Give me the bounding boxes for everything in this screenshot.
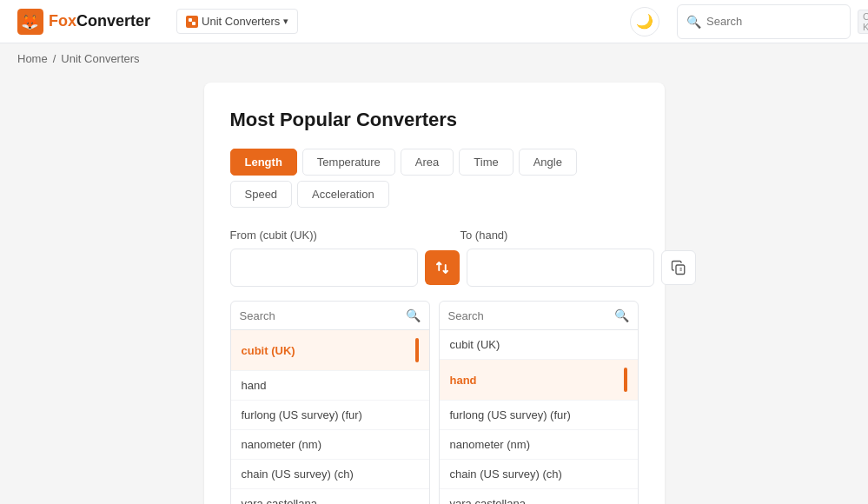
tabs-bar: LengthTemperatureAreaTimeAngleSpeedAccel… <box>230 149 639 208</box>
search-columns: 🔍 cubit (UK)handfurlong (US survey) (fur… <box>230 301 639 504</box>
unit-name: nanometer (nm) <box>242 438 321 451</box>
breadcrumb-separator: / <box>53 52 56 65</box>
to-unit-list: cubit (UK)handfurlong (US survey) (fur)n… <box>440 330 638 504</box>
selected-indicator <box>624 368 627 392</box>
header-search-icon: 🔍 <box>686 15 701 29</box>
logo-label: FoxConverter <box>49 12 150 30</box>
nav-unit-converters[interactable]: Unit Converters ▾ <box>176 9 298 34</box>
unit-name: vara castellana <box>242 497 317 504</box>
unit-name: furlong (US survey) (fur) <box>450 408 571 421</box>
header-search[interactable]: 🔍 Ctrl K <box>677 4 851 39</box>
unit-converters-icon <box>186 16 198 28</box>
breadcrumb-home[interactable]: Home <box>17 52 48 65</box>
from-search-input[interactable] <box>240 309 401 322</box>
unit-item[interactable]: furlong (US survey) (fur) <box>231 401 429 430</box>
converter-inputs <box>230 249 639 287</box>
selected-indicator <box>415 338 419 362</box>
unit-name: vara castellana <box>450 497 526 504</box>
unit-item[interactable]: furlong (US survey) (fur) <box>440 401 638 430</box>
to-search-input[interactable] <box>448 309 609 322</box>
tab-length[interactable]: Length <box>230 149 297 176</box>
copy-icon <box>671 260 686 275</box>
swap-icon <box>434 260 450 275</box>
svg-rect-4 <box>676 265 685 275</box>
from-column: 🔍 cubit (UK)handfurlong (US survey) (fur… <box>230 301 430 504</box>
tab-speed[interactable]: Speed <box>230 181 293 208</box>
tab-area[interactable]: Area <box>401 149 454 176</box>
swap-button[interactable] <box>425 250 460 285</box>
header-search-input[interactable] <box>706 15 852 28</box>
fox-logo-icon: 🦊 <box>17 9 43 35</box>
main-content: Most Popular Converters LengthTemperatur… <box>0 74 868 504</box>
unit-name: hand <box>450 374 477 387</box>
tab-acceleration[interactable]: Acceleration <box>297 181 389 208</box>
logo[interactable]: 🦊 FoxConverter <box>17 9 150 35</box>
to-search-icon: 🔍 <box>614 308 629 322</box>
unit-item[interactable]: vara castellana <box>231 489 429 504</box>
dark-mode-toggle[interactable]: 🌙 <box>630 7 659 36</box>
unit-item[interactable]: cubit (UK) <box>440 330 638 360</box>
unit-item[interactable]: hand <box>231 371 429 401</box>
unit-item[interactable]: chain (US survey) (ch) <box>231 460 429 489</box>
card-title: Most Popular Converters <box>230 109 639 131</box>
unit-name: furlong (US survey) (fur) <box>242 408 362 421</box>
converter-labels: From (cubit (UK)) To (hand) <box>230 229 639 242</box>
breadcrumb: Home / Unit Converters <box>0 43 868 74</box>
unit-item[interactable]: hand <box>440 360 638 401</box>
tab-temperature[interactable]: Temperature <box>302 149 395 176</box>
unit-item[interactable]: cubit (UK) <box>231 330 429 371</box>
search-shortcut-badge: Ctrl K <box>858 10 868 34</box>
nav-menu: Unit Converters ▾ <box>176 9 298 34</box>
from-input[interactable] <box>230 249 418 287</box>
to-column: 🔍 cubit (UK)handfurlong (US survey) (fur… <box>439 301 639 504</box>
svg-text:🦊: 🦊 <box>21 13 39 31</box>
from-label: From (cubit (UK)) <box>230 229 408 242</box>
svg-rect-3 <box>192 22 195 25</box>
unit-item[interactable]: nanometer (nm) <box>231 430 429 460</box>
copy-button[interactable] <box>661 250 696 285</box>
unit-name: chain (US survey) (ch) <box>242 468 354 481</box>
svg-rect-2 <box>189 18 192 22</box>
converter-card: Most Popular Converters LengthTemperatur… <box>204 83 665 504</box>
from-search-icon: 🔍 <box>406 308 421 322</box>
unit-name: cubit (UK) <box>242 344 295 357</box>
to-label: To (hand) <box>461 229 639 242</box>
breadcrumb-current: Unit Converters <box>61 52 139 65</box>
header: 🦊 FoxConverter Unit Converters ▾ 🌙 🔍 Ctr… <box>0 0 868 43</box>
unit-name: cubit (UK) <box>450 338 500 351</box>
tab-angle[interactable]: Angle <box>519 149 577 176</box>
unit-name: chain (US survey) (ch) <box>450 468 562 481</box>
unit-name: nanometer (nm) <box>450 438 530 451</box>
unit-item[interactable]: vara castellana <box>440 489 638 504</box>
to-input[interactable] <box>467 249 654 287</box>
from-unit-list: cubit (UK)handfurlong (US survey) (fur)n… <box>231 330 429 504</box>
unit-item[interactable]: nanometer (nm) <box>440 430 638 460</box>
unit-item[interactable]: chain (US survey) (ch) <box>440 460 638 489</box>
from-search-row: 🔍 <box>231 302 429 330</box>
to-search-row: 🔍 <box>440 302 638 330</box>
unit-name: hand <box>242 379 267 392</box>
tab-time[interactable]: Time <box>459 149 513 176</box>
